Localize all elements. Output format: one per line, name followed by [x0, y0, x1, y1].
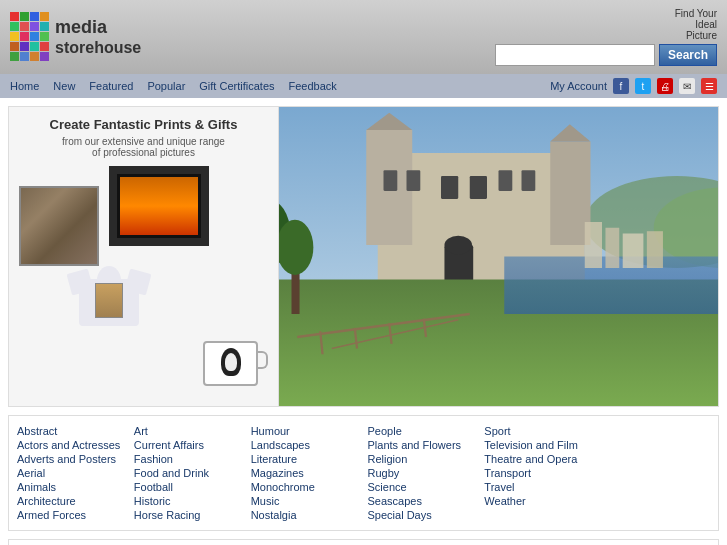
share-icon[interactable]: ✉: [679, 78, 695, 94]
cat-food-drink[interactable]: Food and Drink: [134, 466, 243, 480]
cat-religion[interactable]: Religion: [368, 452, 477, 466]
search-input[interactable]: [495, 44, 655, 66]
cat-sport[interactable]: Sport: [484, 424, 593, 438]
svg-rect-11: [470, 176, 487, 199]
category-col-4: People Plants and Flowers Religion Rugby…: [368, 424, 477, 522]
cat-plants-flowers[interactable]: Plants and Flowers: [368, 438, 477, 452]
logo-icon: [10, 12, 50, 62]
cat-travel[interactable]: Travel: [484, 480, 593, 494]
facebook-icon[interactable]: f: [613, 78, 629, 94]
castle-photo: [279, 107, 718, 406]
cat-art[interactable]: Art: [134, 424, 243, 438]
cat-magazines[interactable]: Magazines: [251, 466, 360, 480]
cat-football[interactable]: Football: [134, 480, 243, 494]
svg-rect-18: [585, 222, 602, 268]
cat-aerial[interactable]: Aerial: [17, 466, 126, 480]
cat-animals[interactable]: Animals: [17, 480, 126, 494]
svg-rect-12: [499, 170, 513, 191]
search-button[interactable]: Search: [659, 44, 717, 66]
navbar: Home New Featured Popular Gift Certifica…: [0, 74, 727, 98]
svg-rect-8: [384, 170, 398, 191]
cat-literature[interactable]: Literature: [251, 452, 360, 466]
promo-images: [19, 166, 268, 396]
logo-area: media storehouse: [10, 12, 141, 62]
cat-science[interactable]: Science: [368, 480, 477, 494]
svg-rect-10: [441, 176, 458, 199]
logo-text[interactable]: media storehouse: [55, 17, 141, 58]
cat-music[interactable]: Music: [251, 494, 360, 508]
categories-grid: Abstract Actors and Actresses Adverts an…: [17, 424, 710, 522]
bottom-sections: FOOTBALL Blackpool FC Brighton+Hove Albi…: [8, 539, 719, 545]
cat-armed-forces[interactable]: Armed Forces: [17, 508, 126, 522]
nav-popular[interactable]: Popular: [147, 80, 185, 92]
svg-rect-20: [623, 234, 644, 269]
svg-rect-9: [407, 170, 421, 191]
nav-featured[interactable]: Featured: [89, 80, 133, 92]
cat-special-days[interactable]: Special Days: [368, 508, 477, 522]
cat-historic[interactable]: Historic: [134, 494, 243, 508]
cat-seascapes[interactable]: Seascapes: [368, 494, 477, 508]
nav-new[interactable]: New: [53, 80, 75, 92]
cat-nostalgia[interactable]: Nostalgia: [251, 508, 360, 522]
cat-landscapes[interactable]: Landscapes: [251, 438, 360, 452]
cat-adverts[interactable]: Adverts and Posters: [17, 452, 126, 466]
svg-rect-19: [605, 228, 619, 268]
promo-mug: [203, 341, 258, 386]
promo-title: Create Fantastic Prints & Gifts: [19, 117, 268, 132]
category-col-5: Sport Television and Film Theatre and Op…: [484, 424, 593, 522]
cat-current-affairs[interactable]: Current Affairs: [134, 438, 243, 452]
cat-people[interactable]: People: [368, 424, 477, 438]
cat-architecture[interactable]: Architecture: [17, 494, 126, 508]
category-col-1: Abstract Actors and Actresses Adverts an…: [17, 424, 126, 522]
cat-actors[interactable]: Actors and Actresses: [17, 438, 126, 452]
promo-tshirt: [69, 261, 149, 326]
cat-theatre-opera[interactable]: Theatre and Opera: [484, 452, 593, 466]
cat-humour[interactable]: Humour: [251, 424, 360, 438]
header: media storehouse Find Your Ideal Picture…: [0, 0, 727, 74]
search-area: Find Your Ideal Picture Search: [495, 8, 717, 66]
svg-point-15: [444, 236, 472, 254]
nav-right: My Account f t 🖨 ✉ ☰: [550, 78, 717, 94]
cat-rugby[interactable]: Rugby: [368, 466, 477, 480]
cat-transport[interactable]: Transport: [484, 466, 593, 480]
search-labels: Find Your Ideal Picture: [675, 8, 717, 41]
hero: Create Fantastic Prints & Gifts from our…: [8, 106, 719, 407]
categories: Abstract Actors and Actresses Adverts an…: [8, 415, 719, 531]
promo-panel: Create Fantastic Prints & Gifts from our…: [9, 107, 279, 406]
cat-horse-racing[interactable]: Horse Racing: [134, 508, 243, 522]
category-col-6: [601, 424, 710, 522]
cat-weather[interactable]: Weather: [484, 494, 593, 508]
cat-television-film[interactable]: Television and Film: [484, 438, 593, 452]
logo-media: media: [55, 17, 141, 39]
logo-storehouse: storehouse: [55, 38, 141, 57]
category-col-3: Humour Landscapes Literature Magazines M…: [251, 424, 360, 522]
search-row: Search: [495, 44, 717, 66]
cat-fashion[interactable]: Fashion: [134, 452, 243, 466]
svg-rect-13: [522, 170, 536, 191]
print-icon[interactable]: 🖨: [657, 78, 673, 94]
twitter-icon[interactable]: t: [635, 78, 651, 94]
nav-gift-certificates[interactable]: Gift Certificates: [199, 80, 274, 92]
svg-rect-21: [647, 231, 663, 268]
my-account[interactable]: My Account: [550, 80, 607, 92]
promo-subtitle: from our extensive and unique rangeof pr…: [19, 136, 268, 158]
cat-abstract[interactable]: Abstract: [17, 424, 126, 438]
nav-links: Home New Featured Popular Gift Certifica…: [10, 80, 337, 92]
svg-rect-5: [550, 142, 590, 246]
rss-icon[interactable]: ☰: [701, 78, 717, 94]
promo-crowd-photo: [19, 186, 99, 266]
cat-monochrome[interactable]: Monochrome: [251, 480, 360, 494]
main: Create Fantastic Prints & Gifts from our…: [0, 98, 727, 545]
nav-home[interactable]: Home: [10, 80, 39, 92]
category-col-2: Art Current Affairs Fashion Food and Dri…: [134, 424, 243, 522]
nav-feedback[interactable]: Feedback: [289, 80, 337, 92]
promo-framed-print: [109, 166, 209, 246]
